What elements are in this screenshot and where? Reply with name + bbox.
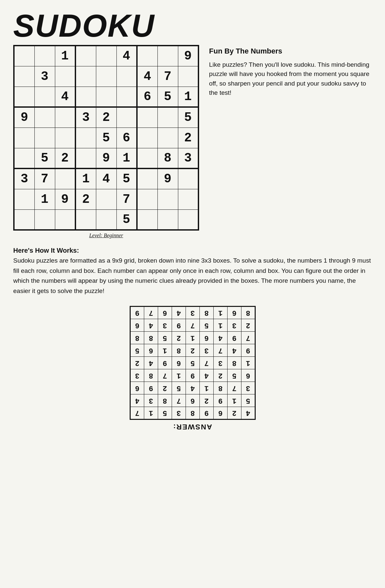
answer-cell: 7 <box>241 331 255 344</box>
puzzle-cell <box>96 87 116 107</box>
answer-cell: 3 <box>172 407 186 419</box>
answer-cell: 8 <box>144 331 158 344</box>
puzzle-cell <box>14 128 34 148</box>
puzzle-cell <box>157 46 178 66</box>
puzzle-cell <box>34 128 55 148</box>
answer-cell: 4 <box>199 369 213 382</box>
puzzle-cell <box>178 66 198 87</box>
answer-cell: 1 <box>199 382 213 394</box>
answer-cell: 3 <box>144 394 158 407</box>
answer-cell: 6 <box>186 394 199 407</box>
puzzle-cell <box>116 107 137 128</box>
puzzle-cell: 8 <box>157 148 178 168</box>
puzzle-cell <box>96 209 116 230</box>
answer-cell: 5 <box>227 369 241 382</box>
answer-cell: 2 <box>130 356 144 369</box>
sudoku-grid: 1493474651932556252918337145919275 <box>13 45 199 231</box>
puzzle-cell <box>55 209 75 230</box>
puzzle-cell: 7 <box>34 168 55 189</box>
answer-cell: 8 <box>227 356 241 369</box>
puzzle-cell: 7 <box>116 189 137 209</box>
info-panel: Fun By The Numbers Like puzzles? Then yo… <box>209 45 372 98</box>
puzzle-cell: 9 <box>55 189 75 209</box>
puzzle-cell: 1 <box>34 189 55 209</box>
puzzle-cell <box>75 128 96 148</box>
puzzle-cell: 3 <box>178 148 198 168</box>
answer-cell: 2 <box>158 382 172 394</box>
puzzle-cell: 1 <box>116 148 137 168</box>
puzzle-cell: 4 <box>55 87 75 107</box>
answer-cell: 8 <box>186 407 199 419</box>
answer-cell: 1 <box>186 331 199 344</box>
answer-cell: 6 <box>213 407 227 419</box>
answer-cell: 1 <box>158 344 172 356</box>
answer-cell: 6 <box>227 306 241 319</box>
answer-cell: 8 <box>241 306 255 319</box>
answer-cell: 9 <box>227 331 241 344</box>
answer-cell: 5 <box>172 382 186 394</box>
puzzle-cell <box>14 46 34 66</box>
answer-cell: 3 <box>213 356 227 369</box>
answer-cell: 8 <box>158 394 172 407</box>
puzzle-cell <box>178 168 198 189</box>
puzzle-cell <box>116 87 137 107</box>
puzzle-cell: 5 <box>34 148 55 168</box>
puzzle-cell <box>178 209 198 230</box>
answer-cell: 1 <box>227 394 241 407</box>
puzzle-cell <box>137 128 157 148</box>
puzzle-cell <box>157 107 178 128</box>
puzzle-cell: 4 <box>137 66 157 87</box>
answer-cell: 5 <box>199 319 213 331</box>
answer-cell: 2 <box>227 407 241 419</box>
puzzle-cell: 5 <box>116 209 137 230</box>
puzzle-cell <box>96 66 116 87</box>
answer-cell: 9 <box>172 319 186 331</box>
level-label: Level: Beginner <box>13 233 199 239</box>
puzzle-cell <box>34 107 55 128</box>
answer-cell: 6 <box>158 306 172 319</box>
answer-cell: 7 <box>172 394 186 407</box>
instructions: Here's How It Works: Sudoku puzzles are … <box>13 245 372 296</box>
puzzle-cell <box>75 209 96 230</box>
puzzle-cell <box>157 189 178 209</box>
answer-cell: 5 <box>130 344 144 356</box>
answer-cell: 1 <box>241 356 255 369</box>
answer-cell: 9 <box>158 356 172 369</box>
puzzle-cell <box>14 209 34 230</box>
answer-cell: 9 <box>130 306 144 319</box>
answer-cell: 1 <box>213 306 227 319</box>
answer-section: 4269835175192678343781452966524917831837… <box>13 306 372 431</box>
answer-cell: 9 <box>199 407 213 419</box>
puzzle-cell <box>137 189 157 209</box>
puzzle-cell <box>157 128 178 148</box>
answer-cell: 3 <box>241 382 255 394</box>
page-title: SUDOKU <box>13 10 372 42</box>
puzzle-cell <box>137 148 157 168</box>
answer-cell: 2 <box>199 394 213 407</box>
puzzle-cell <box>34 46 55 66</box>
answer-cell: 6 <box>130 382 144 394</box>
puzzle-cell <box>34 209 55 230</box>
answer-cell: 6 <box>172 356 186 369</box>
answer-cell: 4 <box>144 356 158 369</box>
answer-cell: 9 <box>213 394 227 407</box>
puzzle-cell <box>14 189 34 209</box>
description-text: Like puzzles? Then you'll love sudoku. T… <box>209 60 372 98</box>
puzzle-cell: 3 <box>14 168 34 189</box>
puzzle-cell <box>55 168 75 189</box>
how-title: Here's How It Works: <box>13 247 79 254</box>
answer-cell: 8 <box>130 331 144 344</box>
puzzle-cell <box>14 66 34 87</box>
answer-cell: 1 <box>213 319 227 331</box>
puzzle-cell <box>137 107 157 128</box>
answer-cell: 9 <box>186 369 199 382</box>
puzzle-cell <box>116 66 137 87</box>
puzzle-cell: 5 <box>178 107 198 128</box>
puzzle-cell: 9 <box>157 168 178 189</box>
puzzle-cell: 6 <box>137 87 157 107</box>
puzzle-cell: 2 <box>178 128 198 148</box>
answer-cell: 3 <box>199 344 213 356</box>
answer-cell: 6 <box>199 331 213 344</box>
puzzle-cell <box>157 209 178 230</box>
puzzle-cell <box>96 46 116 66</box>
